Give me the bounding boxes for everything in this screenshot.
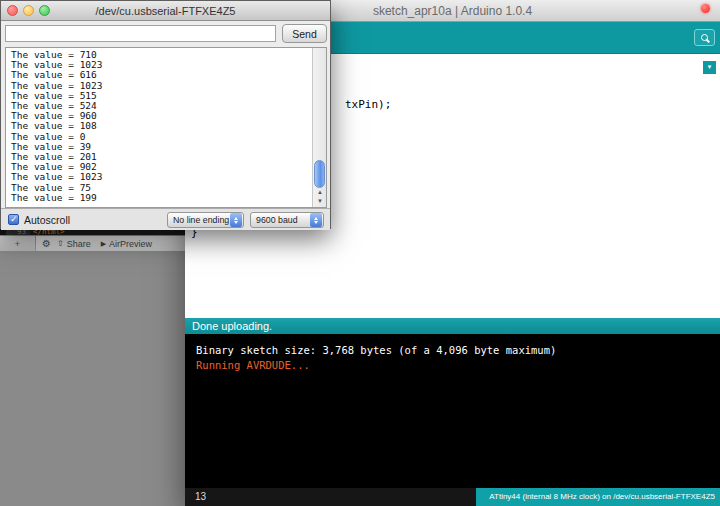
serial-output[interactable]: The value = 710The value = 1023The value… xyxy=(5,47,327,208)
desktop: avrdude done. Thank you.Martins-MacBook-… xyxy=(0,0,720,506)
serial-titlebar[interactable]: /dev/cu.usbserial-FTFXE4Z5 xyxy=(1,1,330,21)
add-button[interactable]: + xyxy=(0,236,36,251)
send-button[interactable]: Send xyxy=(282,24,327,43)
serial-monitor-window: /dev/cu.usbserial-FTFXE4Z5 Send The valu… xyxy=(0,0,331,229)
baud-select[interactable]: 9600 baud xyxy=(250,212,324,228)
airpreview-label: AirPreview xyxy=(109,239,152,249)
autoscroll-label: Autoscroll xyxy=(24,209,70,231)
status-bar: Done uploading. xyxy=(185,318,720,334)
recording-indicator-icon xyxy=(701,4,710,13)
scroll-down-icon[interactable]: ▼ xyxy=(313,197,327,206)
serial-output-lines: The value = 710The value = 1023The value… xyxy=(6,50,311,207)
serial-line: The value = 199 xyxy=(11,193,311,203)
gear-icon[interactable]: ⚙ xyxy=(42,238,51,249)
console-line: Binary sketch size: 3,768 bytes (of a 4,… xyxy=(196,343,720,358)
serial-input[interactable] xyxy=(5,25,276,42)
serial-window-title: /dev/cu.usbserial-FTFXE4Z5 xyxy=(1,1,330,21)
line-ending-select[interactable]: No line ending xyxy=(167,212,244,228)
popup-arrows-icon xyxy=(310,213,322,227)
baud-value: 9600 baud xyxy=(256,215,298,225)
code-fragment: txPin); xyxy=(345,98,391,111)
editor-bottom-bar: + ⚙ ⇧ Share ▶ AirPreview xyxy=(0,235,186,251)
line-ending-value: No line ending xyxy=(173,215,229,225)
board-status: ATtiny44 (internal 8 MHz clock) on /dev/… xyxy=(476,488,720,506)
footer-strip: 13 ATtiny44 (internal 8 MHz clock) on /d… xyxy=(185,488,720,506)
share-icon: ⇧ xyxy=(57,239,64,248)
magnifier-icon xyxy=(701,34,708,41)
serial-bottom-bar: Autoscroll No line ending 9600 baud xyxy=(1,208,330,230)
airpreview-button[interactable]: ▶ AirPreview xyxy=(101,239,152,249)
autoscroll-checkbox[interactable] xyxy=(8,214,19,225)
tab-menu-button[interactable]: ▼ xyxy=(703,61,716,74)
popup-arrows-icon xyxy=(230,213,242,227)
share-button[interactable]: ⇧ Share xyxy=(57,239,91,249)
console-line: Running AVRDUDE... xyxy=(196,358,720,373)
console-output[interactable]: Binary sketch size: 3,768 bytes (of a 4,… xyxy=(185,334,720,488)
scrollbar[interactable]: ▲ ▼ xyxy=(312,48,326,207)
scrollbar-thumb[interactable] xyxy=(314,160,325,188)
line-number-indicator: 13 xyxy=(185,488,476,506)
serial-monitor-button[interactable] xyxy=(694,29,715,46)
share-label: Share xyxy=(67,239,91,249)
scroll-up-icon[interactable]: ▲ xyxy=(313,188,327,197)
play-icon: ▶ xyxy=(101,240,106,248)
